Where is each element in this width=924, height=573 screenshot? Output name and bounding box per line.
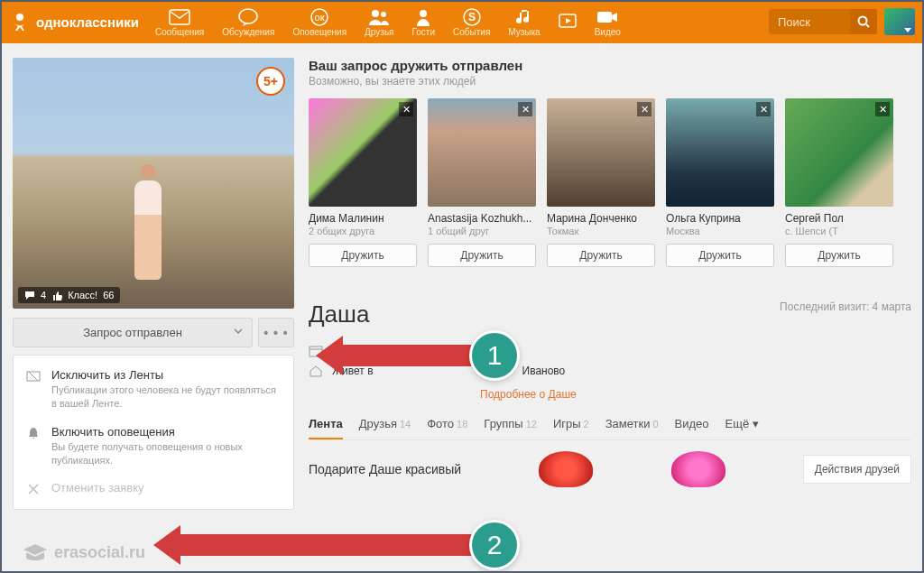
- rating-badge[interactable]: 5+: [256, 67, 285, 96]
- tab-feed[interactable]: Лента: [309, 417, 343, 439]
- svg-text:ок: ок: [315, 12, 325, 23]
- suggestion-card: ✕ Сергей Пол с. Шепси (Т Дружить: [785, 98, 893, 267]
- tab-notes[interactable]: Заметки0: [605, 417, 659, 438]
- suggestion-card: ✕ Anastasija Kozhukh... 1 общий друг Дру…: [428, 98, 536, 267]
- klass-count: 66: [103, 290, 114, 300]
- more-actions-dropdown: Исключить из ЛентыПубликации этого челов…: [13, 355, 294, 510]
- comment-count: 4: [41, 290, 46, 300]
- suggestion-photo[interactable]: ✕: [785, 98, 893, 207]
- nav-play[interactable]: [550, 10, 586, 33]
- close-icon[interactable]: ✕: [399, 102, 413, 116]
- guests-icon: [414, 7, 432, 27]
- svg-text:S: S: [468, 11, 476, 23]
- home-icon: [309, 365, 323, 377]
- mail-icon: [169, 7, 190, 27]
- add-friend-button[interactable]: Дружить: [785, 244, 893, 267]
- close-icon[interactable]: ✕: [875, 102, 890, 116]
- music-icon: [516, 7, 532, 27]
- suggestion-photo[interactable]: ✕: [666, 98, 774, 207]
- user-menu-button[interactable]: [884, 8, 915, 35]
- chevron-down-icon: [234, 328, 243, 336]
- svg-point-12: [859, 17, 867, 25]
- profile-info: Родилась Живет в Иваново Подробнее о Даш…: [309, 341, 911, 401]
- close-icon[interactable]: ✕: [518, 102, 532, 116]
- more-actions-button[interactable]: • • •: [258, 318, 294, 347]
- suggestion-photo[interactable]: ✕: [547, 98, 655, 207]
- search-icon: [857, 15, 870, 28]
- tab-more[interactable]: Ещё ▾: [725, 417, 759, 438]
- add-friend-button[interactable]: Дружить: [428, 244, 536, 267]
- tab-photos[interactable]: Фото18: [427, 417, 467, 438]
- add-friend-button[interactable]: Дружить: [309, 244, 417, 267]
- svg-point-7: [420, 10, 427, 17]
- gift-flower[interactable]: [671, 451, 725, 487]
- friend-request-button[interactable]: Запрос отправлен: [13, 318, 253, 347]
- top-header: одноклассники Сообщения Обсуждения окОпо…: [0, 0, 924, 43]
- suggestion-name[interactable]: Дима Малинин: [309, 212, 417, 225]
- comment-icon: [24, 291, 35, 300]
- more-about-link[interactable]: Подробнее о Даше: [480, 388, 911, 401]
- suggestion-card: ✕ Марина Донченко Токмак Дружить: [547, 98, 655, 267]
- search-box: [769, 9, 877, 34]
- dropdown-cancel-request[interactable]: Отменить заявку: [14, 474, 293, 504]
- tab-video[interactable]: Видео: [675, 417, 709, 438]
- photo-stats[interactable]: 4 Класс! 66: [18, 287, 120, 303]
- nav-discussions[interactable]: Обсуждения: [213, 5, 283, 39]
- search-input[interactable]: [769, 15, 850, 29]
- thumbs-up-icon: [51, 291, 62, 300]
- nav-guests[interactable]: Гости: [403, 5, 444, 39]
- site-logo[interactable]: одноклассники: [9, 11, 139, 32]
- nav-friends[interactable]: Друзья: [356, 5, 402, 39]
- gift-flower[interactable]: [539, 451, 593, 487]
- svg-rect-1: [170, 10, 189, 24]
- play-icon: [559, 12, 577, 32]
- suggestion-name[interactable]: Ольга Куприна: [666, 212, 774, 225]
- klass-label: Класс!: [68, 290, 97, 300]
- lives-value: Иваново: [522, 365, 566, 377]
- nav-music[interactable]: Музыка: [499, 5, 549, 39]
- svg-point-5: [372, 10, 379, 17]
- svg-point-0: [16, 14, 23, 21]
- add-friend-button[interactable]: Дружить: [547, 244, 655, 267]
- nav-messages[interactable]: Сообщения: [146, 5, 213, 39]
- add-friend-button[interactable]: Дружить: [666, 244, 774, 267]
- video-icon: [596, 7, 618, 27]
- profile-tabs: Лента Друзья14 Фото18 Группы12 Игры2 Зам…: [309, 417, 911, 440]
- nav-events[interactable]: SСобытия: [444, 5, 499, 39]
- left-column: 5+ 4 Класс! 66 Запрос отправлен • • • Ис…: [13, 58, 294, 510]
- photo-subject: [130, 164, 166, 282]
- suggestion-meta: Москва: [666, 226, 774, 236]
- close-icon[interactable]: ✕: [756, 102, 771, 116]
- tab-games[interactable]: Игры2: [553, 417, 589, 438]
- bell-small-icon: [26, 426, 41, 440]
- born-label: Родилась: [332, 345, 381, 357]
- svg-line-15: [29, 372, 38, 381]
- watermark: erasocial.ru: [22, 542, 145, 562]
- chat-icon: [238, 7, 258, 27]
- suggestion-photo[interactable]: ✕: [428, 98, 536, 207]
- tab-groups[interactable]: Группы12: [484, 417, 537, 438]
- friends-activity-box[interactable]: Действия друзей: [803, 455, 911, 484]
- profile-photo[interactable]: 5+ 4 Класс! 66: [13, 58, 294, 309]
- suggestion-card: ✕ Ольга Куприна Москва Дружить: [666, 98, 774, 267]
- search-button[interactable]: [850, 9, 877, 34]
- nav-notifications[interactable]: окОповещения: [283, 5, 356, 39]
- dropdown-enable-notifications[interactable]: Включить оповещенияВы будете получать оп…: [14, 418, 293, 475]
- calendar-icon: [309, 345, 323, 357]
- suggestion-photo[interactable]: ✕: [309, 98, 417, 207]
- events-icon: S: [462, 7, 482, 27]
- dropdown-exclude-feed[interactable]: Исключить из ЛентыПубликации этого челов…: [14, 361, 293, 418]
- gift-title: Подарите Даше красивый: [309, 462, 461, 476]
- suggestion-name[interactable]: Сергей Пол: [785, 212, 893, 225]
- graduation-cap-icon: [22, 542, 49, 562]
- suggestion-meta: Токмак: [547, 226, 655, 236]
- suggestion-name[interactable]: Марина Донченко: [547, 212, 655, 225]
- close-icon[interactable]: ✕: [637, 102, 651, 116]
- nav-video[interactable]: Видео: [586, 5, 630, 39]
- step-badge-2: 2: [469, 520, 520, 570]
- suggestions-title: Ваш запрос дружить отправлен: [309, 58, 911, 73]
- last-visit: Последний визит: 4 марта: [780, 300, 911, 313]
- suggestions-row: ✕ Дима Малинин 2 общих друга Дружить ✕ A…: [309, 98, 911, 267]
- tab-friends[interactable]: Друзья14: [359, 417, 411, 438]
- suggestion-name[interactable]: Anastasija Kozhukh...: [428, 212, 536, 225]
